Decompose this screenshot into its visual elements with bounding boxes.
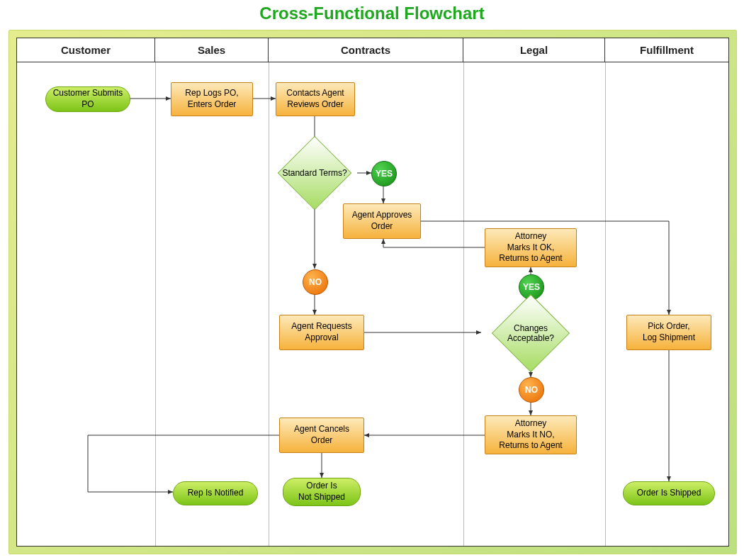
node-agent-approves-order: Agent ApprovesOrder [343, 203, 421, 239]
arrows-layer [17, 38, 728, 546]
node-agent-requests-approval: Agent RequestsApproval [279, 315, 364, 350]
node-order-is-shipped: Order Is Shipped [623, 481, 715, 505]
flowchart-page: Cross-Functional Flowchart Customer Sale… [0, 0, 744, 560]
node-rep-logs-po: Rep Logs PO,Enters Order [171, 82, 253, 116]
chart-frame: Customer Sales Contracts Legal Fulfillme… [9, 30, 737, 554]
decision-label: ChangesAcceptable? [481, 306, 580, 361]
node-standard-terms-decision: Standard Terms? [272, 146, 357, 200]
lane-header-contracts: Contracts [269, 38, 463, 62]
node-rep-is-notified: Rep Is Notified [173, 481, 258, 505]
node-attorney-marks-no: AttorneyMarks It NO,Returns to Agent [485, 415, 577, 454]
badge-no: NO [303, 269, 328, 295]
chart-title: Cross-Functional Flowchart [0, 4, 744, 23]
lane-divider [463, 62, 464, 546]
node-customer-submits-po: Customer SubmitsPO [45, 86, 130, 112]
chart-canvas: Customer Sales Contracts Legal Fulfillme… [16, 38, 729, 547]
lane-header-fulfillment: Fulfillment [605, 38, 728, 62]
lane-divider [269, 62, 269, 546]
badge-no: NO [519, 377, 544, 403]
lane-header-sales: Sales [155, 38, 269, 62]
node-order-is-not-shipped: Order IsNot Shipped [283, 478, 361, 506]
lane-header-customer: Customer [17, 38, 155, 62]
lane-header-legal: Legal [463, 38, 605, 62]
node-pick-order-log-shipment: Pick Order,Log Shipment [626, 315, 711, 350]
decision-label: Standard Terms? [272, 146, 357, 200]
lane-divider [605, 62, 606, 546]
swimlanes: Customer Sales Contracts Legal Fulfillme… [17, 38, 728, 546]
node-changes-acceptable-decision: ChangesAcceptable? [481, 306, 580, 361]
lane-divider [155, 62, 156, 546]
badge-yes: YES [371, 161, 397, 186]
node-agent-cancels-order: Agent CancelsOrder [279, 418, 364, 453]
node-contacts-agent-reviews-order: Contacts AgentReviews Order [276, 82, 355, 116]
node-attorney-marks-ok: AttorneyMarks It OK,Returns to Agent [485, 228, 577, 267]
